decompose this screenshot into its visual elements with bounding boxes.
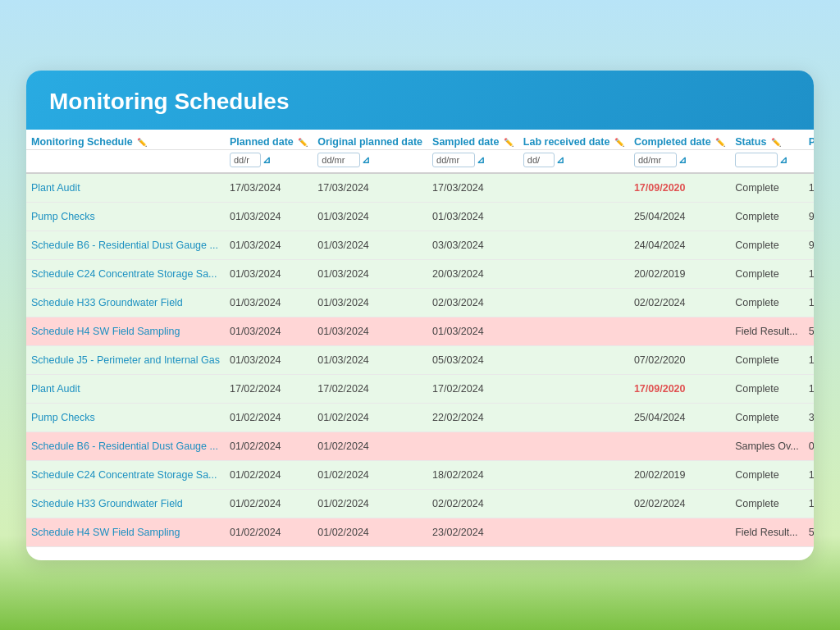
col-completed-date: Completed date ✏️ xyxy=(629,130,730,150)
cell-status: Complete xyxy=(730,259,804,288)
cell-status: Field Result... xyxy=(730,518,804,546)
table-body: Plant Audit 17/03/2024 17/03/2024 17/03/… xyxy=(26,173,814,547)
cell-percentage-complete: 100% xyxy=(804,460,814,489)
col-percentage-complete: Percentage Complete xyxy=(804,130,814,150)
cell-schedule-name: Schedule B6 - Residential Dust Gauge ... xyxy=(26,231,225,259)
cell-schedule-name: Schedule H4 SW Field Sampling xyxy=(26,317,225,345)
cell-schedule-name: Pump Checks xyxy=(26,202,225,231)
filter-completed-input[interactable] xyxy=(634,153,677,167)
filter-sampled-input[interactable] xyxy=(432,153,475,167)
filter-lab-icon[interactable]: ⊿ xyxy=(556,154,564,166)
cell-sampled-date: 01/03/2024 xyxy=(427,317,518,345)
filter-original-input[interactable] xyxy=(317,153,360,167)
cell-percentage-complete: 0% xyxy=(804,431,814,460)
cell-schedule-name: Schedule H33 Groundwater Field xyxy=(26,288,225,317)
table-row: Schedule H33 Groundwater Field 01/02/202… xyxy=(26,489,814,518)
cell-schedule-name: Schedule H33 Groundwater Field xyxy=(26,489,225,518)
cell-lab-received-date xyxy=(518,460,629,489)
filter-original: ⊿ xyxy=(313,149,427,173)
cell-status: Complete xyxy=(730,173,804,203)
cell-sampled-date: 22/02/2024 xyxy=(427,403,518,431)
cell-original-planned-date: 01/03/2024 xyxy=(313,317,427,345)
card-header: Monitoring Schedules xyxy=(26,71,814,130)
cell-completed-date xyxy=(629,518,730,546)
cell-percentage-complete: 97.2% xyxy=(804,231,814,259)
filter-planned-input[interactable] xyxy=(230,153,261,167)
cell-percentage-complete: 100% xyxy=(804,489,814,518)
cell-completed-date: 17/09/2020 xyxy=(629,374,730,403)
cell-planned-date: 01/02/2024 xyxy=(225,518,313,546)
cell-status: Complete xyxy=(730,460,804,489)
cell-schedule-name: Schedule B6 - Residential Dust Gauge ... xyxy=(26,431,225,460)
filter-status-icon[interactable]: ⊿ xyxy=(779,154,788,166)
cell-completed-date: 17/09/2020 xyxy=(629,173,730,203)
cell-original-planned-date: 01/02/2024 xyxy=(313,460,427,489)
filter-original-icon[interactable]: ⊿ xyxy=(362,154,370,166)
edit-icon-col0[interactable]: ✏️ xyxy=(137,138,147,147)
cell-status: Complete xyxy=(730,489,804,518)
filter-completed-icon[interactable]: ⊿ xyxy=(678,154,687,166)
schedules-table: Monitoring Schedule ✏️ Planned date ✏️ O… xyxy=(26,130,814,547)
col-monitoring-schedule: Monitoring Schedule ✏️ xyxy=(26,130,225,150)
cell-planned-date: 01/02/2024 xyxy=(225,403,313,431)
table-row: Schedule C24 Concentrate Storage Sa... 0… xyxy=(26,259,814,288)
cell-planned-date: 01/03/2024 xyxy=(225,231,313,259)
edit-icon-col1[interactable]: ✏️ xyxy=(298,138,308,147)
cell-percentage-complete: 57.5% xyxy=(804,518,814,546)
filter-row: ⊿ ⊿ ⊿ xyxy=(26,149,814,173)
edit-icon-col5[interactable]: ✏️ xyxy=(715,138,725,147)
cell-original-planned-date: 01/02/2024 xyxy=(313,431,427,460)
cell-status: Complete xyxy=(730,231,804,259)
edit-icon-col4[interactable]: ✏️ xyxy=(614,138,624,147)
cell-lab-received-date xyxy=(518,288,629,317)
cell-original-planned-date: 01/03/2024 xyxy=(313,202,427,231)
filter-pct xyxy=(804,149,814,173)
page-title: Monitoring Schedules xyxy=(49,89,791,115)
filter-completed: ⊿ xyxy=(629,149,730,173)
cell-status: Complete xyxy=(730,374,804,403)
cell-planned-date: 17/03/2024 xyxy=(225,173,313,203)
cell-original-planned-date: 01/03/2024 xyxy=(313,345,427,374)
cell-planned-date: 01/03/2024 xyxy=(225,317,313,345)
cell-schedule-name: Plant Audit xyxy=(26,374,225,403)
column-headers-row: Monitoring Schedule ✏️ Planned date ✏️ O… xyxy=(26,130,814,150)
filter-planned-icon[interactable]: ⊿ xyxy=(262,154,271,166)
cell-sampled-date: 23/02/2024 xyxy=(427,518,518,546)
cell-schedule-name: Schedule H4 SW Field Sampling xyxy=(26,518,225,546)
edit-icon-col3[interactable]: ✏️ xyxy=(504,138,514,147)
table-row: Schedule C24 Concentrate Storage Sa... 0… xyxy=(26,460,814,489)
cell-planned-date: 01/03/2024 xyxy=(225,288,313,317)
table-row: Schedule H33 Groundwater Field 01/03/202… xyxy=(26,288,814,317)
cell-completed-date xyxy=(629,431,730,460)
cell-completed-date: 24/04/2024 xyxy=(629,231,730,259)
cell-sampled-date: 02/02/2024 xyxy=(427,489,518,518)
cell-schedule-name: Plant Audit xyxy=(26,173,225,203)
cell-status: Complete xyxy=(730,202,804,231)
table-row: Schedule H4 SW Field Sampling 01/02/2024… xyxy=(26,518,814,546)
cell-original-planned-date: 17/02/2024 xyxy=(313,374,427,403)
filter-sampled-icon[interactable]: ⊿ xyxy=(477,154,485,166)
cell-lab-received-date xyxy=(518,518,629,546)
cell-sampled-date: 17/02/2024 xyxy=(427,374,518,403)
filter-name xyxy=(26,149,225,173)
col-original-planned-date: Original planned date xyxy=(313,130,427,150)
filter-sampled: ⊿ xyxy=(427,149,518,173)
cell-schedule-name: Schedule J5 - Perimeter and Internal Gas xyxy=(26,345,225,374)
filter-lab-input[interactable] xyxy=(523,153,555,167)
cell-lab-received-date xyxy=(518,202,629,231)
edit-icon-col6[interactable]: ✏️ xyxy=(771,138,781,147)
cell-completed-date: 25/04/2024 xyxy=(629,403,730,431)
cell-schedule-name: Schedule C24 Concentrate Storage Sa... xyxy=(26,460,225,489)
table-wrapper: Monitoring Schedule ✏️ Planned date ✏️ O… xyxy=(26,130,814,560)
cell-original-planned-date: 17/03/2024 xyxy=(313,173,427,203)
filter-status-input[interactable] xyxy=(735,153,778,167)
cell-schedule-name: Pump Checks xyxy=(26,403,225,431)
cell-original-planned-date: 01/03/2024 xyxy=(313,288,427,317)
table-row: Plant Audit 17/02/2024 17/02/2024 17/02/… xyxy=(26,374,814,403)
cell-schedule-name: Schedule C24 Concentrate Storage Sa... xyxy=(26,259,225,288)
cell-completed-date xyxy=(629,317,730,345)
cell-percentage-complete: 100% xyxy=(804,288,814,317)
cell-completed-date: 02/02/2024 xyxy=(629,288,730,317)
cell-sampled-date: 01/03/2024 xyxy=(427,202,518,231)
cell-original-planned-date: 01/02/2024 xyxy=(313,489,427,518)
